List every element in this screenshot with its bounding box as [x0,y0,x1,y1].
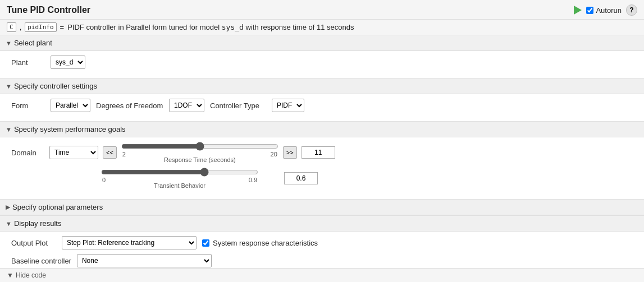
section-body-performance-goals: Domain Time Frequency << 2 20 [0,137,644,199]
run-button[interactable] [574,6,582,15]
variable-badge-pidinfo: pidInfo [25,22,56,32]
info-bar: C , pidInfo = PIDF controller in Paralle… [0,20,644,35]
output-plot-row: Output Plot Step Plot: Reference trackin… [11,236,633,249]
autorun-label[interactable]: Autorun [586,6,622,15]
section-header-controller-settings[interactable]: ▼ Specify controller settings [0,78,644,94]
section-header-display-results[interactable]: ▼ Display results [0,216,644,232]
transient-behavior-row: 0 0.9 Transient Behavior [11,168,633,189]
content-area: ▼ Select plant Plant sys_d ▼ Specify con… [0,35,644,268]
domain-label: Domain [11,149,45,157]
response-time-slider[interactable] [121,142,278,151]
arrow-down-icon-3: ▼ [6,126,12,133]
section-controller-settings: ▼ Specify controller settings Form Paral… [0,78,644,122]
baseline-dropdown[interactable]: None [77,254,212,267]
header-controls: Autorun ? [574,4,637,16]
baseline-controller-row: Baseline controller None [11,254,633,267]
model-name: sys_d [222,23,244,31]
controller-type-label: Controller Type [210,101,266,110]
section-label-optional-params: Specify optional parameters [12,203,103,211]
response-time-group: Domain Time Frequency << 2 20 [11,142,633,163]
section-label-select-plant: Select plant [14,39,52,47]
hide-code-label: Hide code [16,271,46,279]
response-time-row: Domain Time Frequency << 2 20 [11,142,633,163]
bottom-bar[interactable]: ▼ Hide code [0,268,644,282]
arrow-right-icon: ▶ [6,204,10,211]
run-icon [574,6,582,15]
sys-response-label[interactable]: System response characteristics [202,239,318,247]
response-time-slider-container: 2 20 Response Time (seconds) [121,142,278,163]
section-header-optional-params[interactable]: ▶ Specify optional parameters [0,200,644,215]
comma: , [20,23,22,31]
sys-response-text: System response characteristics [213,239,318,247]
page-title: Tune PID Controller [7,5,90,15]
arrow-down-icon-2: ▼ [6,83,12,90]
main-container: Tune PID Controller Autorun ? C , pidInf… [0,0,644,282]
response-time-label: Response Time (seconds) [121,156,278,163]
section-optional-params: ▶ Specify optional parameters [0,200,644,216]
domain-dropdown[interactable]: Time Frequency [49,146,98,159]
section-select-plant: ▼ Select plant Plant sys_d [0,35,644,78]
help-button[interactable]: ? [626,4,637,16]
plant-row: Plant sys_d [11,56,633,69]
transient-behavior-slider[interactable] [101,168,258,177]
arrow-down-icon-5: ▼ [7,271,13,279]
section-header-select-plant[interactable]: ▼ Select plant [0,35,644,51]
equals-sign: = [60,23,65,31]
section-body-controller-settings: Form Parallel Degrees of Freedom 1DOF Co… [0,94,644,121]
section-header-performance-goals[interactable]: ▼ Specify system performance goals [0,122,644,137]
autorun-text: Autorun [596,6,622,15]
nav-back-button[interactable]: << [103,146,117,159]
output-plot-dropdown[interactable]: Step Plot: Reference tracking Step Plot:… [62,236,197,249]
section-label-performance-goals: Specify system performance goals [14,125,126,133]
section-body-display-results: Output Plot Step Plot: Reference trackin… [0,232,644,268]
sys-response-checkbox[interactable] [202,239,209,247]
dof-dropdown[interactable]: 1DOF [169,99,204,112]
baseline-label: Baseline controller [11,257,71,265]
header: Tune PID Controller Autorun ? [0,0,644,20]
controller-form-row: Form Parallel Degrees of Freedom 1DOF Co… [11,99,633,112]
section-body-select-plant: Plant sys_d [0,51,644,78]
response-time-value[interactable] [302,146,335,159]
transient-behavior-group: 0 0.9 Transient Behavior [11,168,633,189]
plant-label: Plant [11,58,45,67]
arrow-down-icon: ▼ [6,40,12,47]
section-label-controller-settings: Specify controller settings [14,82,97,90]
help-icon: ? [629,6,633,14]
section-label-display-results: Display results [14,219,62,228]
arrow-down-icon-4: ▼ [6,220,12,227]
form-dropdown[interactable]: Parallel [51,99,90,112]
transient-behavior-value[interactable] [284,172,318,184]
transient-slider-container: 0 0.9 Transient Behavior [101,168,258,189]
controller-type-dropdown[interactable]: PIDF [272,99,304,112]
description-text: PIDF controller in Parallel form tuned f… [67,23,354,31]
form-label: Form [11,101,45,110]
section-display-results: ▼ Display results Output Plot Step Plot:… [0,216,644,268]
plant-dropdown[interactable]: sys_d [51,56,85,69]
variable-badge-c: C [7,22,16,32]
output-plot-label: Output Plot [11,239,56,247]
nav-fwd-button[interactable]: >> [283,146,297,159]
transient-behavior-label: Transient Behavior [101,182,258,189]
dof-label: Degrees of Freedom [96,101,163,110]
autorun-checkbox[interactable] [586,7,593,14]
section-performance-goals: ▼ Specify system performance goals Domai… [0,122,644,200]
